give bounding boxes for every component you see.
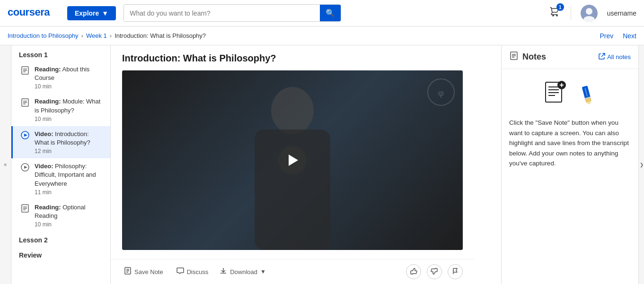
explore-label: Explore	[75, 9, 99, 17]
reading-icon	[20, 204, 30, 213]
feedback-group	[406, 264, 463, 279]
notes-body: Click the "Save Note" button when you wa…	[502, 69, 638, 284]
video-player[interactable]: φ	[122, 70, 463, 250]
download-button[interactable]: Download ▼	[220, 267, 266, 276]
item-type-label: Reading:	[35, 98, 61, 105]
sidebar-item-reading-about[interactable]: Reading: About this Course 10 min	[11, 61, 110, 94]
username-label[interactable]: username	[607, 9, 636, 17]
save-note-label: Save Note	[134, 268, 163, 275]
download-label: Download	[230, 268, 257, 275]
pencil-icon	[574, 82, 600, 111]
save-note-icon	[124, 267, 132, 276]
breadcrumb-sep1: ›	[81, 32, 83, 39]
sidebar-item-content: Reading: Optional Reading 10 min	[35, 203, 103, 228]
sidebar-item-reading-module[interactable]: Reading: Module: What is Philosophy? 10 …	[11, 94, 110, 126]
cart-button[interactable]: 1	[549, 6, 561, 20]
notes-header: Notes All notes	[502, 45, 638, 69]
search-bar: 🔍	[124, 4, 341, 22]
reading-icon	[20, 98, 30, 107]
download-caret-icon: ▼	[260, 268, 266, 275]
breadcrumb-course[interactable]: Introduction to Philosophy	[8, 32, 79, 39]
flag-button[interactable]	[448, 264, 463, 279]
cart-badge: 1	[556, 3, 564, 11]
item-duration: 12 min	[35, 148, 103, 155]
avatar[interactable]	[581, 5, 598, 22]
content-area: Introduction: What is Philosophy?	[111, 45, 501, 284]
sidebar-item-content: Video: Philosophy: Difficult, Important …	[35, 162, 103, 196]
avatar-icon	[581, 5, 598, 22]
breadcrumb-current: Introduction: What is Philosophy?	[115, 32, 206, 39]
item-type-label: Reading:	[35, 204, 61, 211]
svg-line-32	[601, 53, 605, 57]
svg-point-20	[271, 87, 314, 134]
sidebar-item-video-intro[interactable]: Video: Introduction: What is Philosophy?…	[11, 126, 110, 158]
video-play-icon	[20, 130, 30, 140]
sidebar-item-content: Reading: About this Course 10 min	[35, 65, 103, 90]
thumbs-down-button[interactable]	[427, 264, 442, 279]
lesson1-header: Lesson 1	[11, 45, 110, 61]
thumbs-up-button[interactable]	[406, 264, 421, 279]
svg-point-2	[586, 8, 592, 15]
item-duration: 10 min	[35, 83, 103, 90]
sidebar-item-content: Reading: Module: What is Philosophy? 10 …	[35, 97, 103, 122]
sidebar-item-content: Video: Introduction: What is Philosophy?…	[35, 130, 103, 155]
play-button[interactable]	[278, 146, 307, 174]
play-icon	[289, 155, 298, 166]
reading-icon	[20, 66, 30, 75]
sidebar-item-reading-optional[interactable]: Reading: Optional Reading 10 min	[11, 199, 110, 232]
item-duration: 11 min	[35, 189, 103, 196]
note-icon	[543, 80, 567, 108]
sidebar-item-title: Reading: Module: What is Philosophy?	[35, 97, 103, 114]
discuss-icon	[176, 267, 184, 276]
sidebar: Lesson 1 Reading: About this Course 10 m…	[11, 45, 111, 284]
breadcrumb: Introduction to Philosophy › Week 1 › In…	[0, 26, 644, 45]
header-right: 1 username	[549, 5, 636, 22]
search-input[interactable]	[124, 6, 320, 21]
all-notes-label: All notes	[607, 53, 631, 60]
sidebar-item-video-philosophy[interactable]: Video: Philosophy: Difficult, Important …	[11, 158, 110, 199]
logo[interactable]: coursera	[8, 5, 60, 21]
svg-marker-15	[24, 166, 27, 169]
main-container: ≡ Lesson 1 Reading: About this Course 10…	[0, 45, 644, 284]
svg-text:φ: φ	[438, 88, 444, 98]
right-panel-toggle-icon: ❯	[640, 162, 644, 167]
right-panel-toggle-button[interactable]: ❯	[638, 45, 644, 284]
discuss-button[interactable]: Discuss	[175, 264, 211, 279]
sidebar-item-title: Video: Philosophy: Difficult, Important …	[35, 162, 103, 188]
explore-button[interactable]: Explore ▼	[67, 6, 116, 20]
search-button[interactable]: 🔍	[320, 5, 341, 21]
notes-icons	[509, 80, 631, 108]
svg-text:coursera: coursera	[8, 6, 50, 18]
header: coursera Explore ▼ 🔍 1 username	[0, 0, 644, 26]
logo-text: coursera	[8, 5, 60, 21]
video-controls: Save Note Discuss Download ▼	[111, 259, 474, 284]
notes-description: Click the "Save Note" button when you wa…	[509, 118, 631, 169]
sidebar-toggle-button[interactable]: ≡	[0, 45, 11, 284]
review-header: Review	[11, 247, 110, 262]
notes-title: Notes	[522, 52, 595, 62]
item-type-label: Video:	[35, 163, 53, 170]
notes-doc-icon	[509, 51, 519, 63]
discuss-label: Discuss	[187, 268, 209, 275]
watermark: φ	[427, 78, 455, 108]
download-icon	[220, 267, 227, 276]
save-note-button[interactable]: Save Note	[122, 264, 165, 279]
item-duration: 10 min	[35, 221, 103, 228]
sidebar-item-title: Video: Introduction: What is Philosophy?	[35, 130, 103, 147]
thumbs-down-icon	[431, 267, 438, 276]
all-notes-button[interactable]: All notes	[599, 53, 631, 61]
svg-marker-13	[24, 134, 27, 137]
breadcrumb-sep2: ›	[110, 32, 112, 39]
notes-panel: Notes All notes	[501, 45, 638, 284]
breadcrumb-week[interactable]: Week 1	[86, 32, 107, 39]
sidebar-item-title: Reading: Optional Reading	[35, 203, 103, 220]
prev-button[interactable]: Prev	[600, 32, 613, 40]
breadcrumb-navigation: Prev Next	[600, 32, 636, 40]
next-button[interactable]: Next	[623, 32, 636, 40]
thumbs-up-icon	[410, 267, 417, 276]
chevron-down-icon: ▼	[102, 9, 108, 17]
item-duration: 10 min	[35, 116, 103, 122]
video-title: Introduction: What is Philosophy?	[122, 53, 490, 64]
all-notes-external-icon	[599, 53, 605, 61]
search-icon: 🔍	[326, 9, 335, 17]
